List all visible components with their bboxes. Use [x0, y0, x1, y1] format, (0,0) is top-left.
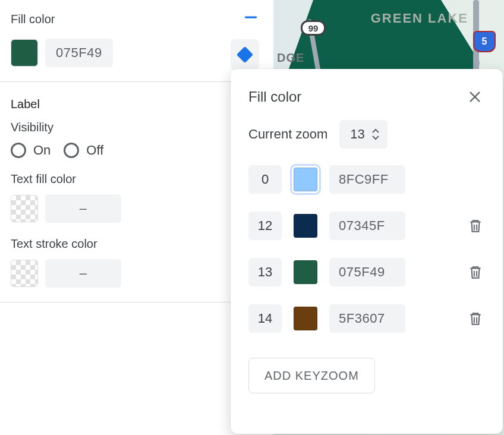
radio-icon	[64, 143, 79, 158]
radio-icon	[11, 143, 26, 158]
keyzoom-row: 08FC9FF	[248, 165, 485, 194]
close-icon	[468, 90, 482, 104]
popover-title: Fill color	[248, 89, 301, 105]
keyzoom-color-swatch[interactable]	[294, 168, 317, 191]
visibility-label: Visibility	[11, 121, 263, 134]
current-zoom-row: Current zoom 13	[248, 120, 485, 149]
stepper-arrows-icon[interactable]	[371, 128, 380, 140]
keyzoom-zoom-chip[interactable]: 0	[248, 165, 282, 194]
keyzoom-row: 1207345F	[248, 212, 485, 240]
fill-color-hex-input[interactable]: 075F49	[45, 39, 113, 67]
radio-label: Off	[86, 143, 103, 158]
keyzoom-toggle-button[interactable]	[231, 39, 259, 70]
keyzoom-hex-input[interactable]: 07345F	[329, 212, 405, 240]
map-label-fragment: DGE	[277, 51, 304, 65]
delete-keyzoom-button[interactable]	[466, 216, 485, 235]
fill-color-keyzoom-popover: Fill color Current zoom 13 08FC9FF120734…	[231, 69, 503, 434]
keyzoom-color-swatch[interactable]	[294, 260, 317, 284]
current-zoom-label: Current zoom	[248, 127, 327, 142]
fill-color-swatch[interactable]	[11, 39, 38, 67]
radio-label: On	[33, 143, 51, 158]
text-stroke-color-label: Text stroke color	[11, 237, 263, 251]
diamond-icon	[237, 46, 253, 63]
text-stroke-color-hex-input[interactable]: –	[45, 259, 121, 288]
close-button[interactable]	[465, 87, 485, 107]
interstate-5-shield-icon: 5	[473, 31, 496, 52]
add-keyzoom-button[interactable]: ADD KEYZOOM	[248, 358, 375, 393]
text-stroke-color-swatch[interactable]	[11, 260, 38, 287]
keyzoom-hex-input[interactable]: 075F49	[329, 258, 405, 286]
keyzoom-hex-input[interactable]: 8FC9FF	[329, 165, 405, 194]
map-label-greenlake: GREEN LAKE	[371, 11, 468, 26]
keyzoom-zoom-chip[interactable]: 14	[248, 304, 282, 333]
keyzoom-color-swatch[interactable]	[294, 214, 317, 238]
keyzoom-rows: 08FC9FF1207345F 13075F49 145F3607	[248, 165, 485, 333]
text-fill-color-swatch[interactable]	[11, 195, 38, 222]
visibility-radio-group: On Off	[11, 143, 263, 158]
delete-keyzoom-button[interactable]	[466, 263, 485, 282]
keyzoom-row: 13075F49	[248, 258, 485, 286]
keyzoom-hex-input[interactable]: 5F3607	[329, 304, 405, 333]
visibility-on-radio[interactable]: On	[11, 143, 51, 158]
fill-color-title: Fill color	[11, 12, 55, 26]
current-zoom-value: 13	[346, 127, 368, 142]
keyzoom-zoom-chip[interactable]: 12	[248, 212, 282, 240]
keyzoom-row: 145F3607	[248, 304, 485, 333]
keyzoom-zoom-chip[interactable]: 13	[248, 258, 282, 286]
current-zoom-stepper[interactable]: 13	[339, 120, 387, 149]
collapse-icon[interactable]	[239, 10, 263, 29]
delete-keyzoom-button[interactable]	[466, 309, 485, 328]
highway-99-shield-icon: 99	[301, 20, 326, 36]
label-section-title: Label	[11, 97, 263, 111]
keyzoom-color-swatch[interactable]	[294, 307, 317, 330]
visibility-off-radio[interactable]: Off	[64, 143, 103, 158]
fill-color-header[interactable]: Fill color	[11, 10, 263, 29]
text-fill-color-label: Text fill color	[11, 172, 263, 186]
text-fill-color-hex-input[interactable]: –	[45, 194, 121, 223]
